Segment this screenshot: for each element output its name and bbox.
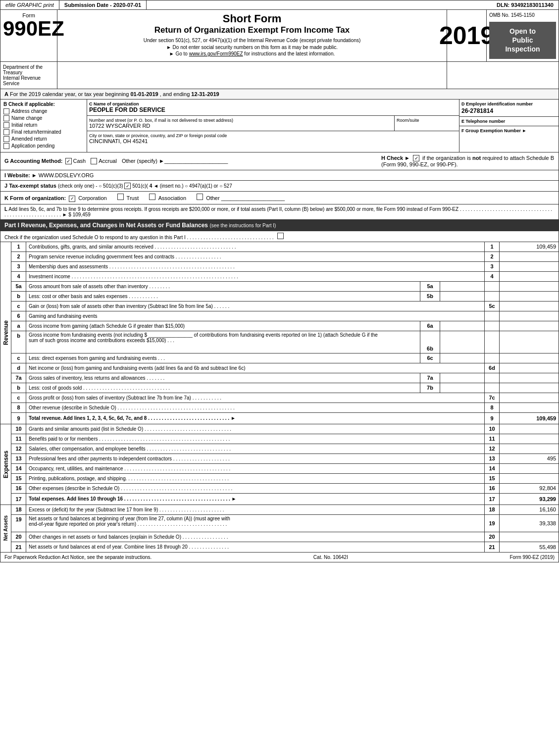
line-6d-ref: 6d: [484, 363, 499, 373]
line-6b-row: b Gross income from fundraising events (…: [11, 331, 559, 353]
dept-notes: [57, 62, 447, 89]
line-21-label: Net assets or fund balances at end of ye…: [26, 543, 484, 551]
security-note: ► Do not enter social security numbers o…: [62, 45, 442, 50]
other-org-checkbox[interactable]: [197, 194, 203, 200]
short-form-title: Short Form: [62, 12, 442, 25]
line-6d-num: d: [11, 363, 26, 373]
checkbox-amended: Amended return: [3, 136, 84, 142]
h-block: H Check ► ✓ if the organization is not r…: [381, 155, 555, 167]
line-5c-ref: 5c: [484, 302, 499, 311]
line-5c-label: Gain or (loss) from sale of assets other…: [26, 302, 484, 310]
line-7b-amount: [499, 383, 559, 393]
h-label: H Check ►: [381, 155, 410, 161]
expenses-section: Expenses 10 Grants and similar amounts p…: [0, 424, 559, 505]
line-6d-amount: [499, 363, 559, 373]
part-i-header: Part I Revenue, Expenses, and Changes in…: [0, 220, 559, 231]
group-block: F Group Exemption Number ►: [459, 126, 559, 135]
address-checkbox[interactable]: [3, 108, 9, 114]
line-7a-ref: [484, 373, 499, 383]
section-l-row: L Add lines 5b, 6c, and 7b to line 9 to …: [0, 204, 559, 220]
line-18-label: Excess or (deficit) for the year (Subtra…: [26, 506, 484, 513]
section-k-row: K Form of organization: ✓ Corporation Tr…: [0, 192, 559, 204]
line-6c-amount: [499, 353, 559, 363]
accrual-checkbox[interactable]: [91, 158, 97, 164]
line-6d-label: Net income or (loss) from gaming and fun…: [26, 364, 484, 372]
line-9-num: 9: [11, 413, 26, 424]
website-value: WWW.DDSLEVY.ORG: [39, 172, 94, 178]
line-5b-num: b: [11, 292, 26, 301]
line-14-label: Occupancy, rent, utilities, and maintena…: [26, 465, 484, 472]
line-5a-row: 5a Gross amount from sale of assets othe…: [11, 282, 559, 292]
line-14-num: 14: [11, 464, 26, 473]
line-5c-amount: [499, 302, 559, 311]
schedule-o-checkbox[interactable]: [277, 233, 284, 239]
main-header: Form 990EZ Short Form Return of Organiza…: [0, 10, 559, 62]
h-checkbox[interactable]: ✓: [413, 155, 419, 161]
i-label: I Website: ►: [4, 172, 37, 178]
line-5b-sub: 5b: [420, 292, 440, 301]
expenses-rows: 10 Grants and similar amounts paid (list…: [11, 424, 559, 504]
line-15-amount: [499, 474, 559, 483]
line-7b-sub-amount: [440, 383, 484, 393]
line-6c-ref: [484, 353, 499, 363]
f-label: F Group Exemption Number ►: [461, 128, 557, 133]
line-12-amount: [499, 444, 559, 454]
line-6a-ref: [484, 321, 499, 331]
line-6c-sub-amount: [440, 353, 484, 363]
room-block: Room/suite: [395, 116, 459, 131]
omb-label: OMB No. 1545-1150: [489, 12, 556, 18]
cash-checkbox[interactable]: ✓: [65, 158, 72, 164]
trust-checkbox[interactable]: [117, 194, 124, 200]
final-checkbox[interactable]: [3, 129, 9, 135]
cash-label: Cash: [73, 158, 86, 164]
line-7c-row: c Gross profit or (loss) from sales of i…: [11, 393, 559, 403]
part-i-label: Part I: [4, 222, 19, 229]
line-15-label: Printing, publications, postage, and shi…: [26, 475, 484, 482]
line-17-row: 17 Total expenses. Add lines 10 through …: [11, 494, 559, 504]
part-i-title: Revenue, Expenses, and Changes in Net As…: [21, 222, 208, 229]
line-16-amount: 92,804: [499, 484, 559, 493]
city-block: City or town, state or province, country…: [87, 131, 459, 146]
checkbox-address: Address change: [3, 108, 84, 114]
year-box: 2019: [447, 10, 487, 61]
name-checkbox[interactable]: [3, 115, 9, 121]
line-10-ref: 10: [484, 424, 499, 434]
name-label: Name change: [11, 115, 42, 121]
line-17-ref: 17: [484, 494, 499, 504]
pending-checkbox[interactable]: [3, 143, 9, 149]
corp-checkbox[interactable]: ✓: [69, 196, 75, 202]
line-8-ref: 8: [484, 403, 499, 412]
line-6b-num: b: [11, 331, 26, 353]
j-label: J Tax-exempt status: [4, 183, 56, 189]
line-6a-sub: 6a: [420, 321, 440, 331]
final-label: Final return/terminated: [11, 129, 61, 135]
line-13-ref: 13: [484, 454, 499, 463]
line-5b-label: Less: cost or other basis and sales expe…: [26, 293, 420, 300]
line-6a-label: Gross income from gaming (attach Schedul…: [26, 322, 420, 330]
line-14-row: 14 Occupancy, rent, utilities, and maint…: [11, 464, 559, 474]
line-9-row: 9 Total revenue. Add lines 1, 2, 3, 4, 5…: [11, 413, 559, 424]
line-5b-amount: [499, 292, 559, 301]
section-j-row: J Tax-exempt status (check only one) - ○…: [0, 181, 559, 192]
dept-name: Department of the Treasury: [3, 64, 54, 75]
other-accounting-label: Other (specify) ►_____________________: [122, 158, 228, 164]
line-19-label: Net assets or fund balances at beginning…: [26, 515, 484, 532]
line-1-ref: 1: [484, 242, 499, 252]
line-7b-row: b Less: cost of goods sold . . . . . . .…: [11, 383, 559, 393]
line-5b-ref: [484, 292, 499, 301]
line-20-ref: 20: [484, 532, 499, 542]
501c4-checkbox[interactable]: ✓: [124, 183, 131, 189]
line-7b-ref: [484, 383, 499, 393]
section-b-label: B Check if applicable:: [3, 101, 84, 107]
line-2-row: 2 Program service revenue including gove…: [11, 252, 559, 262]
assoc-checkbox[interactable]: [149, 194, 155, 200]
line-1-label: Contributions, gifts, grants, and simila…: [26, 243, 484, 251]
line-1-amount: 109,459: [499, 242, 559, 252]
line-2-ref: 2: [484, 252, 499, 261]
line-1-num: 1: [11, 242, 26, 252]
line-18-ref: 18: [484, 505, 499, 514]
line-7a-row: 7a Gross sales of inventory, less return…: [11, 373, 559, 383]
initial-checkbox[interactable]: [3, 122, 9, 128]
amended-checkbox[interactable]: [3, 136, 9, 142]
line-6c-row: c Less: direct expenses from gaming and …: [11, 353, 559, 363]
